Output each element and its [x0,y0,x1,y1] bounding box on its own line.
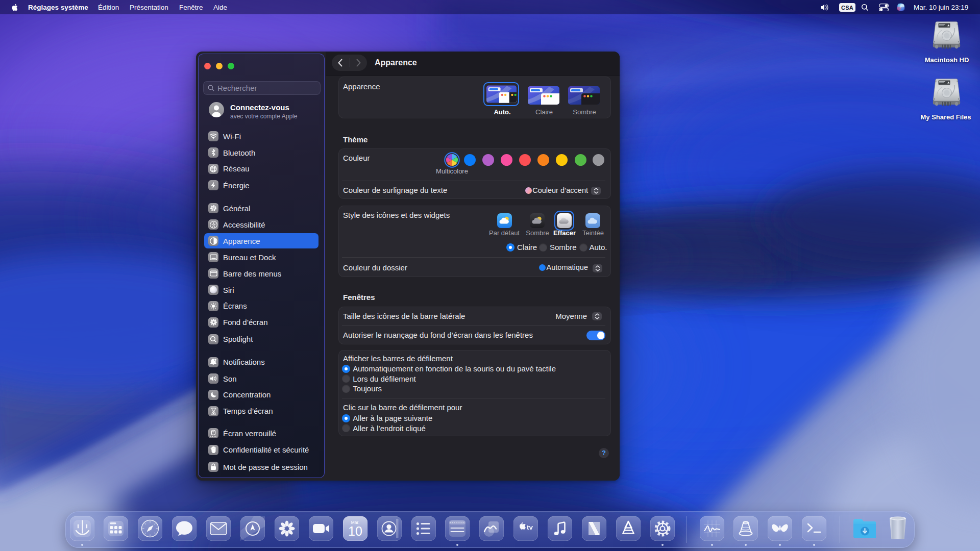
svg-text:tv: tv [527,523,533,531]
svg-text:10: 10 [348,524,362,538]
